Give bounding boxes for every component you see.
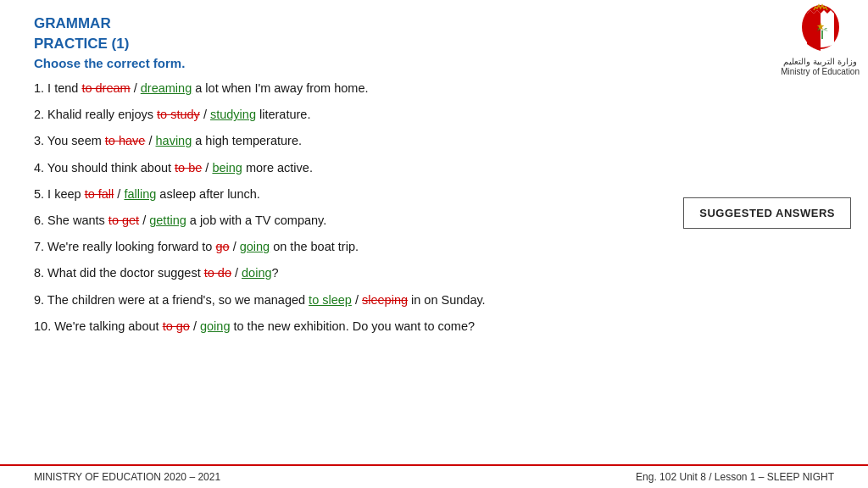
q4-number: 4. You should think about xyxy=(34,161,175,175)
q3-slash: / xyxy=(145,134,155,147)
q3-number: 3. You seem xyxy=(34,134,105,147)
suggested-answers-box[interactable]: SUGGESTED ANSWERS xyxy=(683,197,851,229)
q4-option2: being xyxy=(212,161,242,175)
q1-option2: dreaming xyxy=(141,81,192,95)
q3-option2: having xyxy=(156,134,192,147)
q1-slash: / xyxy=(131,81,141,95)
footer-right: Eng. 102 Unit 8 / Lesson 1 – SLEEP NIGHT xyxy=(636,471,834,483)
q4-after: more active. xyxy=(242,161,313,175)
q6-number: 6. She wants xyxy=(34,214,108,227)
logo-area: وزارة التربية والتعليم Ministry of Educa… xyxy=(781,3,860,77)
q1-option1: to dream xyxy=(81,81,130,95)
footer-left: MINISTRY OF EDUCATION 2020 – 2021 xyxy=(34,471,220,483)
question-2: 2. Khalid really enjoys to study / study… xyxy=(34,105,834,125)
q5-number: 5. I keep xyxy=(34,187,85,201)
q9-slash: / xyxy=(352,293,362,307)
logo-arabic-text: وزارة التربية والتعليم xyxy=(781,57,860,66)
q9-number: 9. The children were at a friend's, so w… xyxy=(34,293,309,307)
q5-option2: falling xyxy=(124,187,156,201)
q6-after: a job with a TV company. xyxy=(186,214,327,227)
q5-option1: to fall xyxy=(85,187,114,201)
suggested-answers-label: SUGGESTED ANSWERS xyxy=(699,207,835,219)
q8-number: 8. What did the doctor suggest xyxy=(34,266,204,280)
q10-option1: to go xyxy=(163,319,190,333)
main-content: GRAMMAR PRACTICE (1) Choose the correct … xyxy=(0,0,868,336)
q9-after: in on Sunday. xyxy=(408,293,486,307)
question-9: 9. The children were at a friend's, so w… xyxy=(34,291,834,310)
question-1: 1. I tend to dream / dreaming a lot when… xyxy=(34,79,834,98)
q2-number: 2. Khalid really enjoys xyxy=(34,108,157,121)
question-3: 3. You seem to have / having a high temp… xyxy=(34,131,834,151)
q7-number: 7. We're really looking forward to xyxy=(34,240,215,253)
question-10: 10. We're talking about to go / going to… xyxy=(34,317,834,336)
q2-after: literature. xyxy=(256,108,310,121)
q2-option2: studying xyxy=(210,108,256,121)
q3-after: a high temperature. xyxy=(192,134,302,147)
q8-slash: / xyxy=(231,266,242,280)
q10-slash: / xyxy=(190,319,200,333)
logo-ministry-text: Ministry of Education xyxy=(781,66,860,77)
question-4: 4. You should think about to be / being … xyxy=(34,158,834,178)
footer: MINISTRY OF EDUCATION 2020 – 2021 Eng. 1… xyxy=(0,464,868,488)
practice-title: PRACTICE (1) xyxy=(34,36,834,53)
q7-option2: going xyxy=(240,240,270,253)
q5-after: asleep after lunch. xyxy=(156,187,260,201)
instruction-text: Choose the correct form. xyxy=(34,56,834,70)
q9-option1: to sleep xyxy=(309,293,352,307)
questions-area: 1. I tend to dream / dreaming a lot when… xyxy=(34,79,834,336)
q5-slash: / xyxy=(114,187,124,201)
question-7: 7. We're really looking forward to go / … xyxy=(34,237,834,257)
q4-option1: to be xyxy=(175,161,202,175)
q2-option1: to study xyxy=(157,108,200,121)
q6-option1: to get xyxy=(108,214,139,227)
q1-after: a lot when I'm away from home. xyxy=(192,81,368,95)
q1-number: 1. I tend xyxy=(34,81,81,95)
q8-option1: to do xyxy=(204,266,231,280)
bahrain-emblem-icon xyxy=(795,3,846,54)
q4-slash: / xyxy=(202,161,212,175)
q9-option2: sleeping xyxy=(362,293,408,307)
q6-option2: getting xyxy=(149,214,186,227)
q6-slash: / xyxy=(139,214,149,227)
q10-after: to the new exhibition. Do you want to co… xyxy=(230,319,475,333)
q7-after: on the boat trip. xyxy=(270,240,359,253)
q7-option1: go xyxy=(215,240,229,253)
q10-option2: going xyxy=(200,319,230,333)
q2-slash: / xyxy=(200,108,210,121)
grammar-title: GRAMMAR xyxy=(34,15,834,32)
question-8: 8. What did the doctor suggest to do / d… xyxy=(34,263,834,283)
q3-option1: to have xyxy=(105,134,146,147)
q8-option2: doing xyxy=(242,266,271,280)
q8-after: ? xyxy=(272,266,279,280)
q7-slash: / xyxy=(230,240,240,253)
q10-number: 10. We're talking about xyxy=(34,319,163,333)
